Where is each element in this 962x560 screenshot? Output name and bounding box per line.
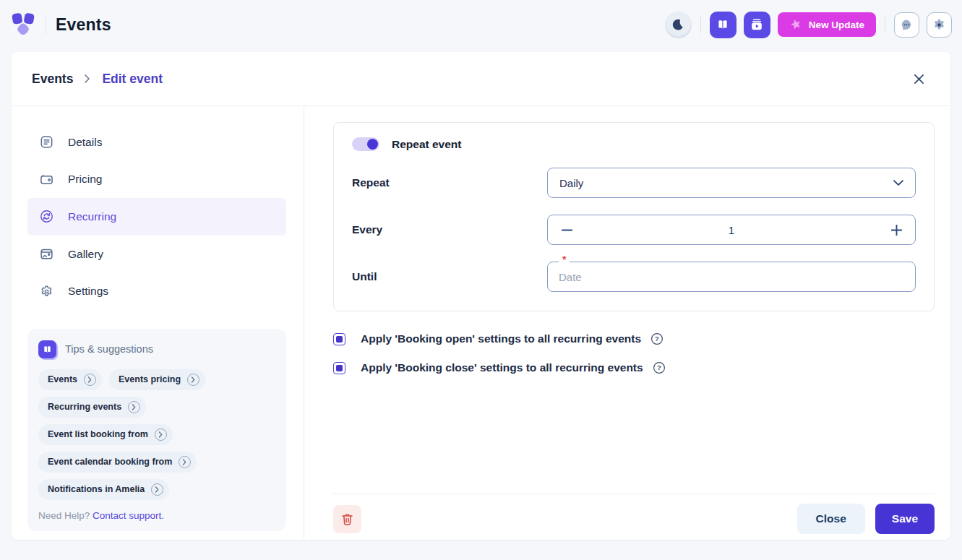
- chevron-right-icon: [84, 74, 91, 84]
- booking-close-label: Apply 'Booking close' settings to all re…: [361, 361, 643, 374]
- booking-close-row: Apply 'Booking close' settings to all re…: [333, 361, 935, 374]
- moon-icon: [671, 17, 685, 32]
- breadcrumb-edit-event: Edit event: [102, 72, 163, 87]
- tips-book-badge: [38, 340, 56, 358]
- chevron-right-circle-icon: [151, 483, 163, 496]
- chat-bubble-icon: [900, 18, 914, 32]
- open-book-icon: [42, 344, 53, 355]
- chip-label: Events pricing: [119, 374, 181, 384]
- gear-icon: [932, 18, 946, 32]
- sidebar-item-recurring[interactable]: Recurring: [27, 198, 286, 236]
- repeat-select-value: Daily: [559, 177, 583, 189]
- repeat-event-row: Repeat event: [352, 137, 916, 151]
- chip-label: Notifications in Amelia: [48, 484, 145, 494]
- close-icon: [914, 74, 924, 85]
- tip-chip-event-calendar-booking[interactable]: Event calendar booking from: [38, 452, 197, 473]
- chevron-right-circle-icon: [128, 401, 140, 413]
- sidebar: Details Pricing Recurring: [12, 106, 304, 540]
- tips-chips: Events Events pricing Recurring events E…: [38, 369, 275, 500]
- booking-close-checkbox[interactable]: [333, 362, 345, 374]
- tip-chip-recurring-events[interactable]: Recurring events: [38, 397, 146, 418]
- refresh-icon: [40, 210, 53, 223]
- decrement-button[interactable]: [559, 229, 575, 231]
- delete-event-button[interactable]: [333, 505, 361, 533]
- close-dialog-button[interactable]: [909, 69, 929, 89]
- need-help: Need Help? Contact support.: [38, 510, 275, 521]
- repeat-row: Repeat Daily: [352, 168, 916, 198]
- chip-label: Event calendar booking from: [48, 457, 172, 467]
- repeat-event-toggle[interactable]: [352, 137, 379, 151]
- sidebar-item-settings[interactable]: Settings: [27, 272, 286, 310]
- recurring-settings-panel: Repeat event Repeat Daily Every: [333, 122, 935, 311]
- dark-mode-button[interactable]: [665, 12, 692, 38]
- book-icon: [716, 17, 730, 32]
- every-value[interactable]: 1: [575, 224, 888, 236]
- sidebar-item-label: Settings: [68, 285, 108, 298]
- chevron-right-circle-icon: [155, 428, 167, 441]
- required-asterisk: *: [559, 254, 570, 264]
- brand: Events: [10, 12, 111, 38]
- global-settings-button[interactable]: [927, 12, 952, 38]
- amelia-logo-icon: [10, 12, 36, 38]
- until-placeholder: Date: [559, 271, 582, 283]
- tips-title: Tips & suggestions: [65, 343, 153, 355]
- documentation-button[interactable]: [710, 12, 736, 38]
- chevron-right-circle-icon: [84, 374, 96, 386]
- chip-label: Event list booking from: [48, 429, 148, 439]
- sidebar-item-label: Gallery: [68, 248, 103, 261]
- brand-divider: [46, 15, 46, 34]
- sidebar-item-label: Recurring: [68, 210, 116, 223]
- until-field-wrap: * Date: [547, 262, 916, 292]
- chip-label: Events: [48, 374, 77, 384]
- question-circle-icon: ?: [653, 361, 666, 374]
- until-date-input[interactable]: Date: [547, 262, 916, 292]
- new-update-button[interactable]: New Update: [778, 12, 876, 37]
- repeat-select[interactable]: Daily: [547, 168, 916, 198]
- sidebar-item-label: Details: [68, 136, 102, 149]
- card-header: Events Edit event: [12, 52, 950, 106]
- tip-chip-notifications[interactable]: Notifications in Amelia: [38, 479, 169, 500]
- chevron-right-circle-icon: [187, 374, 199, 386]
- tip-chip-events[interactable]: Events: [38, 369, 102, 390]
- sidebar-item-gallery[interactable]: Gallery: [27, 236, 286, 273]
- top-bar: Events New Update: [0, 0, 962, 49]
- until-label: Until: [352, 270, 377, 283]
- tips-panel: Tips & suggestions Events Events pricing…: [27, 329, 286, 531]
- booking-open-row: Apply 'Booking open' settings to all rec…: [333, 332, 935, 345]
- breadcrumb-events[interactable]: Events: [32, 72, 73, 87]
- checkbox-fill: [336, 365, 343, 371]
- every-stepper: 1: [547, 215, 916, 245]
- support-chat-button[interactable]: [894, 12, 919, 38]
- footer-actions: Close Save: [333, 494, 935, 534]
- edit-event-card: Events Edit event Details: [12, 52, 950, 540]
- plus-icon: [891, 225, 902, 236]
- svg-text:?: ?: [657, 363, 661, 371]
- booking-open-help[interactable]: ?: [650, 332, 663, 345]
- new-update-label: New Update: [809, 20, 864, 30]
- breadcrumb: Events Edit event: [32, 72, 163, 87]
- booking-close-help[interactable]: ?: [653, 361, 666, 374]
- save-button[interactable]: Save: [875, 504, 935, 534]
- video-play-icon: [750, 17, 764, 32]
- sidebar-item-label: Pricing: [68, 173, 102, 186]
- question-circle-icon: ?: [650, 332, 663, 345]
- svg-text:?: ?: [655, 335, 659, 343]
- gear-icon: [40, 285, 53, 298]
- sidebar-item-details[interactable]: Details: [27, 124, 286, 161]
- chip-label: Recurring events: [48, 402, 121, 412]
- sidebar-item-pricing[interactable]: Pricing: [27, 161, 286, 199]
- need-help-text: Need Help?: [38, 510, 90, 521]
- top-actions: New Update: [665, 12, 952, 38]
- every-row: Every 1: [352, 215, 916, 245]
- contact-support-link[interactable]: Contact support.: [93, 510, 164, 521]
- increment-button[interactable]: [888, 225, 904, 236]
- every-label: Every: [352, 223, 382, 236]
- wallet-icon: [40, 173, 53, 186]
- tip-chip-event-list-booking[interactable]: Event list booking from: [38, 424, 173, 445]
- repeat-label: Repeat: [352, 176, 390, 189]
- tip-chip-events-pricing[interactable]: Events pricing: [109, 369, 205, 390]
- booking-open-checkbox[interactable]: [333, 333, 345, 345]
- close-button[interactable]: Close: [797, 504, 865, 534]
- tips-header: Tips & suggestions: [38, 340, 275, 358]
- video-tutorials-button[interactable]: [744, 12, 770, 38]
